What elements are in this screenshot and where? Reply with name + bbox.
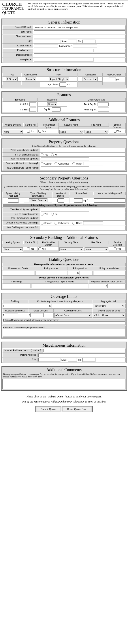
musical-input[interactable]: [5, 313, 18, 318]
sec-stories-input[interactable]: [57, 198, 64, 202]
security-select[interactable]: None: [59, 130, 83, 134]
basement-sqft-input[interactable]: [52, 107, 61, 112]
num-playgrounds-input[interactable]: [32, 284, 88, 288]
sec-sprinkler-check[interactable]: [38, 248, 41, 250]
zip-input[interactable]: [82, 40, 96, 43]
additional-insured-input[interactable]: [43, 349, 125, 352]
sec-copper[interactable]: [41, 222, 43, 224]
sec-year-input[interactable]: [8, 198, 19, 202]
misc-state-input[interactable]: [68, 358, 77, 362]
fire-sprinkler-check[interactable]: [38, 130, 41, 133]
sec-other[interactable]: [72, 222, 75, 224]
comments-textarea[interactable]: [3, 379, 125, 389]
reset-button[interactable]: Reset Quote Form: [62, 407, 92, 411]
your-name-input[interactable]: [34, 30, 125, 34]
central-air-check[interactable]: [27, 130, 30, 133]
type-select[interactable]: 1 Story: [6, 77, 18, 81]
aggregate-select[interactable]: --Select One--: [93, 304, 125, 308]
col-age: Age Of Church: [103, 73, 125, 76]
building-limit-input[interactable]: [5, 304, 20, 308]
sec-security-select[interactable]: None: [59, 248, 83, 252]
electricity-year-input[interactable]: [41, 149, 89, 152]
sec-use-input[interactable]: [94, 198, 125, 202]
city-input[interactable]: [34, 40, 60, 43]
sec-electricity-input[interactable]: [41, 208, 89, 212]
galv-radio[interactable]: [54, 162, 57, 165]
full-bath-input[interactable]: [29, 102, 36, 106]
section-title: Property Questions: [2, 139, 126, 145]
sec-air-check[interactable]: [27, 248, 30, 250]
sec-cb-no[interactable]: [51, 213, 54, 216]
name-of-church-input[interactable]: [34, 26, 125, 29]
cb-yes-radio[interactable]: [41, 153, 43, 156]
col-foundation: Foundation: [78, 73, 103, 76]
occurrence-select[interactable]: --Select One--: [54, 313, 92, 317]
other-plumbing-input[interactable]: [83, 162, 103, 166]
footer-text: Please click on the "Submit Quote" butto…: [2, 395, 126, 398]
prev-carrier-input[interactable]: [3, 271, 34, 275]
section-title: Secondary Property Questions: [2, 175, 126, 181]
construction-select[interactable]: Frame: [25, 77, 36, 81]
porch-sqft-input[interactable]: [98, 108, 109, 112]
church-address-input[interactable]: [34, 35, 125, 38]
title-church: CHURCH: [2, 2, 24, 6]
medical-select[interactable]: --Select One--: [93, 313, 125, 317]
misc-city-input[interactable]: [38, 358, 60, 362]
smoke-check[interactable]: [114, 130, 116, 133]
deck-sqft-input[interactable]: [98, 102, 109, 106]
sec-fire-select[interactable]: None: [85, 248, 108, 252]
decision-maker-input[interactable]: [34, 54, 125, 57]
glass-input[interactable]: [30, 313, 44, 318]
sec-galv[interactable]: [54, 222, 57, 224]
section-title: Additional Features: [2, 117, 126, 123]
age-input[interactable]: [109, 77, 115, 82]
section-title: Liability Questions: [2, 256, 126, 262]
state-input[interactable]: [68, 40, 77, 43]
fire-alarm-select[interactable]: None: [85, 130, 108, 134]
additional-features-section: Additional Features Heating System: Cent…: [1, 116, 127, 136]
sec-heating-select[interactable]: None: [3, 248, 23, 252]
label: Church Address:: [3, 34, 33, 39]
payroll-input[interactable]: [107, 284, 125, 288]
sec-construction-select[interactable]: --Select One--: [29, 198, 47, 202]
basement-select[interactable]: None: [47, 102, 57, 106]
sec-other-input[interactable]: [83, 221, 103, 225]
glass-dimensions-textarea[interactable]: [3, 321, 125, 324]
num-buildings-input[interactable]: [3, 284, 30, 288]
fax-input[interactable]: [73, 44, 97, 48]
sec-reroof-input[interactable]: [41, 226, 89, 230]
label: Email Address:: [3, 48, 33, 53]
section-title: Miscellaneous Information: [2, 342, 126, 348]
label: Church Phone:: [3, 44, 33, 48]
foundation-select[interactable]: Basement: [83, 77, 98, 81]
sec-smoke-check[interactable]: [114, 248, 116, 250]
sec-plumbing-input[interactable]: [41, 217, 89, 220]
half-bath-input[interactable]: [29, 108, 36, 112]
roof-select[interactable]: Asphalt Shingle: [49, 77, 69, 81]
plumbing-year-input[interactable]: [41, 157, 89, 161]
other-coverages-textarea[interactable]: [3, 329, 125, 336]
secondary-property-section: Secondary Property Questions ( Fill out …: [1, 174, 127, 231]
renewal-date-input[interactable]: [94, 271, 125, 275]
church-phone-input[interactable]: [34, 44, 58, 48]
copper-radio[interactable]: [41, 162, 43, 165]
col-roof: Roof: [40, 73, 78, 76]
contents-limit-input[interactable]: [51, 304, 71, 308]
mailing-address-input[interactable]: [38, 354, 125, 357]
sec-sqft-input[interactable]: [74, 198, 83, 202]
section-title: Coverage Limits: [2, 294, 126, 299]
prior-premium-input[interactable]: [79, 271, 92, 275]
policy-number-input[interactable]: [36, 271, 67, 275]
section-title: Secondary Building -- Additional Feature…: [2, 234, 126, 240]
home-phone-input[interactable]: [34, 58, 94, 62]
misc-zip-input[interactable]: [82, 358, 96, 362]
label: Name Of Church:: [3, 25, 33, 30]
reroof-year-input[interactable]: [41, 166, 89, 170]
other-radio[interactable]: [72, 162, 75, 165]
cb-no-radio[interactable]: [51, 153, 54, 156]
submit-button[interactable]: Submit Quote: [36, 407, 60, 411]
age-roof-input[interactable]: [59, 82, 66, 87]
heating-select[interactable]: None: [3, 130, 23, 134]
email-input[interactable]: [34, 49, 94, 52]
sec-cb-yes[interactable]: [41, 213, 43, 216]
